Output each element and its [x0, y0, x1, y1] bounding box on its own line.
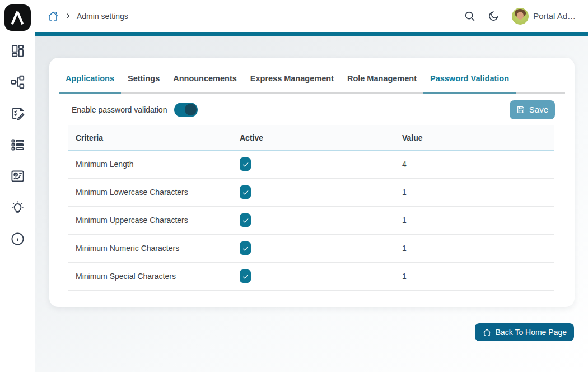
- back-to-home-button[interactable]: Back To Home Page: [475, 323, 574, 341]
- tab-role-management[interactable]: Role Management: [340, 73, 423, 92]
- check-icon: [241, 188, 250, 197]
- dark-mode-toggle[interactable]: [484, 7, 503, 26]
- breadcrumb-chevron-icon: [64, 12, 72, 20]
- breadcrumb[interactable]: Admin settings: [77, 12, 128, 21]
- criteria-cell: Minimum Uppercase Characters: [68, 206, 232, 234]
- active-cell: [232, 178, 394, 206]
- active-cell: [232, 262, 394, 290]
- active-cell: [232, 206, 394, 234]
- active-checkbox[interactable]: [240, 213, 251, 227]
- enable-validation-label: Enable password validation: [72, 105, 167, 114]
- back-button-label: Back To Home Page: [496, 328, 567, 337]
- tab-bar: ApplicationsSettingsAnnouncementsExpress…: [59, 58, 565, 94]
- table-body: Minimum Length4Minimum Lowercase Charact…: [68, 150, 554, 290]
- table-row: Minimum Special Characters1: [68, 262, 554, 290]
- moon-icon: [487, 10, 500, 22]
- check-icon: [241, 272, 250, 281]
- save-button-label: Save: [529, 105, 548, 114]
- avatar[interactable]: [512, 8, 529, 25]
- user-name[interactable]: Portal Ad…: [533, 11, 576, 21]
- value-cell: 1: [394, 178, 554, 206]
- active-checkbox[interactable]: [240, 185, 251, 199]
- tab-applications[interactable]: Applications: [59, 73, 121, 92]
- sidebar-item-report[interactable]: [0, 160, 35, 192]
- save-icon: [516, 105, 525, 114]
- accent-bar: [35, 32, 588, 36]
- save-button[interactable]: Save: [510, 100, 555, 119]
- info-icon: [10, 231, 25, 247]
- app-logo[interactable]: [4, 4, 31, 31]
- tab-express-management[interactable]: Express Management: [244, 73, 340, 92]
- criteria-table: Criteria Active Value Minimum Length4Min…: [68, 125, 554, 291]
- tab-announcements[interactable]: Announcements: [166, 73, 244, 92]
- lambda-logo-icon: [9, 10, 26, 26]
- home-icon: [482, 328, 492, 337]
- value-cell: 4: [394, 150, 554, 178]
- value-cell: 1: [394, 234, 554, 262]
- column-header-value: Value: [394, 125, 554, 150]
- sidebar-item-info[interactable]: [0, 223, 35, 254]
- sidebar-item-dashboard[interactable]: [0, 35, 35, 66]
- tab-password-validation[interactable]: Password Validation: [423, 73, 516, 92]
- column-header-active: Active: [232, 125, 394, 150]
- search-button[interactable]: [460, 7, 479, 26]
- report-icon: [10, 169, 25, 184]
- value-cell: 1: [394, 206, 554, 234]
- sidebar-item-list[interactable]: [0, 129, 35, 160]
- top-header: Admin settings Portal Ad…: [35, 0, 588, 32]
- active-cell: [232, 234, 394, 262]
- table-header-row: Criteria Active Value: [68, 125, 554, 150]
- password-validation-controls: Enable password validation Save: [72, 94, 555, 125]
- main-content: ApplicationsSettingsAnnouncementsExpress…: [35, 36, 588, 372]
- sidebar-item-hierarchy[interactable]: [0, 66, 35, 97]
- criteria-cell: Minimum Numeric Characters: [68, 234, 232, 262]
- sidebar-item-tasks[interactable]: [0, 97, 35, 129]
- column-header-criteria: Criteria: [68, 125, 232, 150]
- settings-card: ApplicationsSettingsAnnouncementsExpress…: [49, 58, 575, 307]
- active-checkbox[interactable]: [240, 157, 251, 171]
- table-row: Minimum Length4: [68, 150, 554, 178]
- list-icon: [10, 137, 25, 152]
- active-checkbox[interactable]: [240, 269, 251, 283]
- check-icon: [241, 160, 250, 169]
- active-checkbox[interactable]: [240, 241, 251, 255]
- criteria-cell: Minimum Lowercase Characters: [68, 178, 232, 206]
- tasks-edit-icon: [10, 106, 25, 121]
- sidebar: [0, 0, 35, 372]
- value-cell: 1: [394, 262, 554, 290]
- table-row: Minimum Numeric Characters1: [68, 234, 554, 262]
- active-cell: [232, 150, 394, 178]
- dashboard-icon: [10, 43, 25, 58]
- search-icon: [464, 10, 476, 22]
- tab-settings[interactable]: Settings: [121, 73, 166, 92]
- toggle-knob: [185, 104, 197, 115]
- enable-validation-toggle[interactable]: [174, 103, 198, 117]
- idea-icon: [10, 200, 25, 215]
- sidebar-nav: [0, 35, 35, 254]
- criteria-cell: Minimum Special Characters: [68, 262, 232, 290]
- hierarchy-icon: [10, 75, 25, 90]
- check-icon: [241, 216, 250, 225]
- breadcrumb-home-icon[interactable]: [47, 10, 59, 22]
- table-row: Minimum Uppercase Characters1: [68, 206, 554, 234]
- check-icon: [241, 244, 250, 253]
- sidebar-item-idea[interactable]: [0, 192, 35, 223]
- criteria-cell: Minimum Length: [68, 150, 232, 178]
- table-row: Minimum Lowercase Characters1: [68, 178, 554, 206]
